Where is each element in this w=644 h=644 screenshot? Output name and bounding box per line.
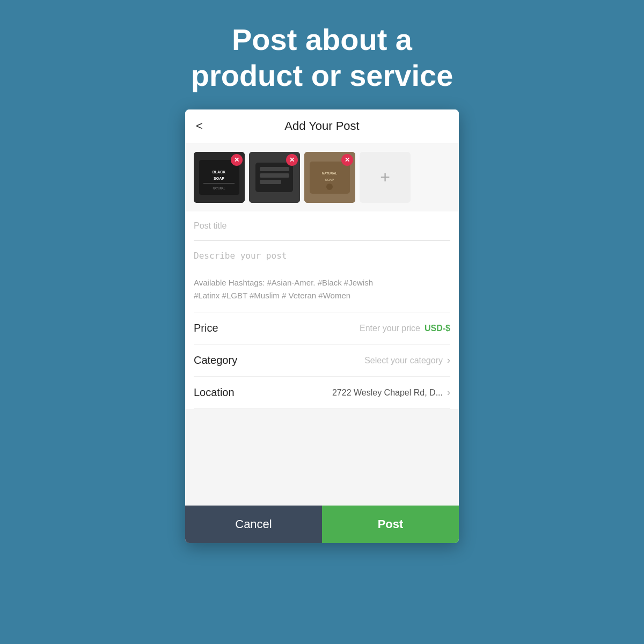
cancel-button[interactable]: Cancel bbox=[185, 506, 322, 543]
content-spacer bbox=[185, 409, 459, 506]
location-row[interactable]: Location 2722 Wesley Chapel Rd, D... › bbox=[194, 377, 450, 409]
svg-text:NATURAL: NATURAL bbox=[322, 172, 338, 175]
svg-text:SOAP: SOAP bbox=[214, 177, 224, 180]
add-image-button[interactable]: + bbox=[360, 152, 411, 203]
category-placeholder: Select your category bbox=[364, 356, 443, 365]
svg-text:SOAP: SOAP bbox=[325, 178, 334, 181]
svg-rect-10 bbox=[260, 180, 281, 184]
category-label: Category bbox=[194, 354, 264, 367]
price-placeholder: Enter your price bbox=[360, 324, 420, 333]
hashtag-area: Available Hashtags: #Asian-Amer. #Black … bbox=[194, 270, 450, 312]
form-section: Available Hashtags: #Asian-Amer. #Black … bbox=[185, 211, 459, 409]
image-thumb-1: BLACK SOAP NATURAL ✕ bbox=[194, 152, 245, 203]
post-title-input[interactable] bbox=[194, 211, 450, 241]
app-header: < Add Your Post bbox=[185, 109, 459, 143]
svg-point-15 bbox=[326, 184, 333, 190]
post-button[interactable]: Post bbox=[322, 506, 459, 543]
location-value: 2722 Wesley Chapel Rd, D... › bbox=[264, 387, 450, 398]
image-thumb-3: NATURAL SOAP ✕ bbox=[304, 152, 355, 203]
svg-rect-8 bbox=[260, 167, 289, 171]
image-thumb-2: ✕ bbox=[249, 152, 300, 203]
location-label: Location bbox=[194, 386, 264, 399]
page-header: Post about aproduct or service bbox=[148, 0, 496, 109]
phone-frame: < Add Your Post BLACK SOAP NATURAL ✕ bbox=[185, 109, 459, 543]
svg-rect-4 bbox=[203, 183, 235, 184]
price-currency: USD-$ bbox=[425, 324, 450, 333]
price-label: Price bbox=[194, 322, 264, 334]
svg-text:NATURAL: NATURAL bbox=[213, 187, 225, 190]
location-chevron-icon: › bbox=[447, 387, 450, 398]
location-text: 2722 Wesley Chapel Rd, D... bbox=[332, 388, 443, 398]
category-chevron-icon: › bbox=[447, 355, 450, 366]
bottom-buttons: Cancel Post bbox=[185, 506, 459, 543]
category-value: Select your category › bbox=[264, 355, 450, 366]
svg-text:BLACK: BLACK bbox=[213, 170, 226, 174]
back-button[interactable]: < bbox=[196, 119, 203, 133]
app-title: Add Your Post bbox=[284, 119, 359, 133]
category-row[interactable]: Category Select your category › bbox=[194, 345, 450, 377]
svg-rect-9 bbox=[260, 173, 289, 178]
price-value: Enter your price USD-$ bbox=[264, 324, 450, 333]
image-upload-row: BLACK SOAP NATURAL ✕ ✕ bbox=[185, 143, 459, 211]
describe-input[interactable] bbox=[194, 241, 450, 268]
price-row[interactable]: Price Enter your price USD-$ bbox=[194, 312, 450, 345]
